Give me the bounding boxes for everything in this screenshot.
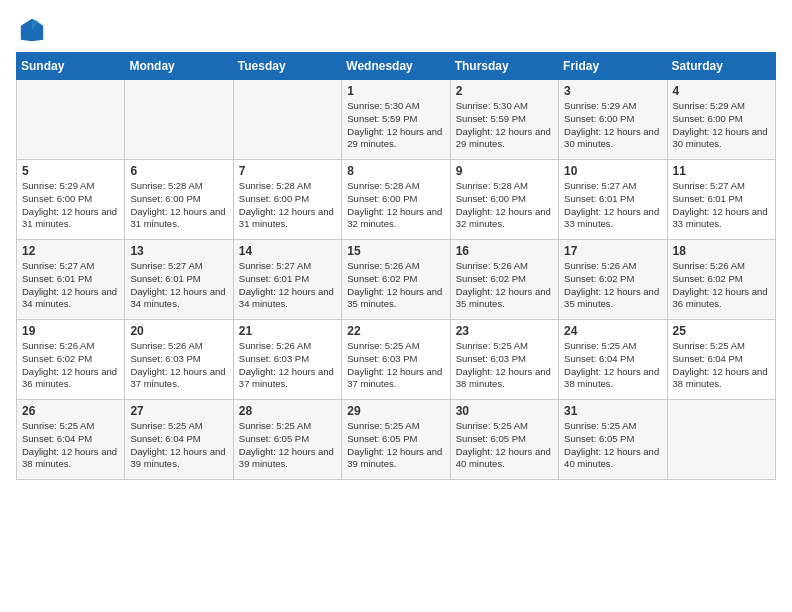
day-info: Sunrise: 5:25 AM Sunset: 6:05 PM Dayligh… — [564, 420, 662, 471]
week-row-5: 26Sunrise: 5:25 AM Sunset: 6:04 PM Dayli… — [17, 400, 776, 480]
day-cell: 4Sunrise: 5:29 AM Sunset: 6:00 PM Daylig… — [667, 80, 775, 160]
day-number: 28 — [239, 404, 337, 418]
day-number: 25 — [673, 324, 771, 338]
day-number: 12 — [22, 244, 120, 258]
day-info: Sunrise: 5:25 AM Sunset: 6:04 PM Dayligh… — [564, 340, 662, 391]
header-sunday: Sunday — [17, 53, 125, 80]
day-info: Sunrise: 5:29 AM Sunset: 6:00 PM Dayligh… — [564, 100, 662, 151]
day-info: Sunrise: 5:30 AM Sunset: 5:59 PM Dayligh… — [347, 100, 445, 151]
day-number: 27 — [130, 404, 228, 418]
day-cell: 16Sunrise: 5:26 AM Sunset: 6:02 PM Dayli… — [450, 240, 558, 320]
day-number: 14 — [239, 244, 337, 258]
day-info: Sunrise: 5:25 AM Sunset: 6:04 PM Dayligh… — [673, 340, 771, 391]
calendar-table: Sunday Monday Tuesday Wednesday Thursday… — [16, 52, 776, 480]
day-info: Sunrise: 5:30 AM Sunset: 5:59 PM Dayligh… — [456, 100, 554, 151]
day-number: 21 — [239, 324, 337, 338]
day-cell: 15Sunrise: 5:26 AM Sunset: 6:02 PM Dayli… — [342, 240, 450, 320]
day-cell: 25Sunrise: 5:25 AM Sunset: 6:04 PM Dayli… — [667, 320, 775, 400]
day-number: 16 — [456, 244, 554, 258]
day-cell: 23Sunrise: 5:25 AM Sunset: 6:03 PM Dayli… — [450, 320, 558, 400]
day-info: Sunrise: 5:26 AM Sunset: 6:03 PM Dayligh… — [239, 340, 337, 391]
header-friday: Friday — [559, 53, 667, 80]
day-cell: 17Sunrise: 5:26 AM Sunset: 6:02 PM Dayli… — [559, 240, 667, 320]
day-cell: 8Sunrise: 5:28 AM Sunset: 6:00 PM Daylig… — [342, 160, 450, 240]
day-info: Sunrise: 5:25 AM Sunset: 6:03 PM Dayligh… — [456, 340, 554, 391]
day-info: Sunrise: 5:26 AM Sunset: 6:03 PM Dayligh… — [130, 340, 228, 391]
day-cell: 11Sunrise: 5:27 AM Sunset: 6:01 PM Dayli… — [667, 160, 775, 240]
day-number: 29 — [347, 404, 445, 418]
day-number: 15 — [347, 244, 445, 258]
day-cell: 5Sunrise: 5:29 AM Sunset: 6:00 PM Daylig… — [17, 160, 125, 240]
day-cell: 19Sunrise: 5:26 AM Sunset: 6:02 PM Dayli… — [17, 320, 125, 400]
day-cell: 27Sunrise: 5:25 AM Sunset: 6:04 PM Dayli… — [125, 400, 233, 480]
day-cell: 6Sunrise: 5:28 AM Sunset: 6:00 PM Daylig… — [125, 160, 233, 240]
day-cell: 10Sunrise: 5:27 AM Sunset: 6:01 PM Dayli… — [559, 160, 667, 240]
header-thursday: Thursday — [450, 53, 558, 80]
day-cell: 24Sunrise: 5:25 AM Sunset: 6:04 PM Dayli… — [559, 320, 667, 400]
day-cell: 31Sunrise: 5:25 AM Sunset: 6:05 PM Dayli… — [559, 400, 667, 480]
logo-icon — [18, 16, 46, 44]
day-cell — [233, 80, 341, 160]
page-header — [16, 16, 776, 44]
day-cell: 20Sunrise: 5:26 AM Sunset: 6:03 PM Dayli… — [125, 320, 233, 400]
day-number: 13 — [130, 244, 228, 258]
week-row-1: 1Sunrise: 5:30 AM Sunset: 5:59 PM Daylig… — [17, 80, 776, 160]
day-cell — [17, 80, 125, 160]
day-number: 9 — [456, 164, 554, 178]
day-number: 2 — [456, 84, 554, 98]
day-number: 24 — [564, 324, 662, 338]
day-number: 4 — [673, 84, 771, 98]
day-cell: 2Sunrise: 5:30 AM Sunset: 5:59 PM Daylig… — [450, 80, 558, 160]
logo — [16, 16, 46, 44]
day-cell: 18Sunrise: 5:26 AM Sunset: 6:02 PM Dayli… — [667, 240, 775, 320]
day-cell: 21Sunrise: 5:26 AM Sunset: 6:03 PM Dayli… — [233, 320, 341, 400]
day-info: Sunrise: 5:25 AM Sunset: 6:05 PM Dayligh… — [239, 420, 337, 471]
day-cell: 12Sunrise: 5:27 AM Sunset: 6:01 PM Dayli… — [17, 240, 125, 320]
day-info: Sunrise: 5:27 AM Sunset: 6:01 PM Dayligh… — [239, 260, 337, 311]
day-number: 30 — [456, 404, 554, 418]
header-wednesday: Wednesday — [342, 53, 450, 80]
day-info: Sunrise: 5:29 AM Sunset: 6:00 PM Dayligh… — [673, 100, 771, 151]
day-info: Sunrise: 5:27 AM Sunset: 6:01 PM Dayligh… — [673, 180, 771, 231]
day-info: Sunrise: 5:25 AM Sunset: 6:03 PM Dayligh… — [347, 340, 445, 391]
day-info: Sunrise: 5:28 AM Sunset: 6:00 PM Dayligh… — [456, 180, 554, 231]
day-cell: 28Sunrise: 5:25 AM Sunset: 6:05 PM Dayli… — [233, 400, 341, 480]
day-cell: 14Sunrise: 5:27 AM Sunset: 6:01 PM Dayli… — [233, 240, 341, 320]
day-cell: 13Sunrise: 5:27 AM Sunset: 6:01 PM Dayli… — [125, 240, 233, 320]
day-number: 31 — [564, 404, 662, 418]
week-row-2: 5Sunrise: 5:29 AM Sunset: 6:00 PM Daylig… — [17, 160, 776, 240]
day-cell: 9Sunrise: 5:28 AM Sunset: 6:00 PM Daylig… — [450, 160, 558, 240]
day-number: 19 — [22, 324, 120, 338]
header-saturday: Saturday — [667, 53, 775, 80]
day-info: Sunrise: 5:26 AM Sunset: 6:02 PM Dayligh… — [564, 260, 662, 311]
header-monday: Monday — [125, 53, 233, 80]
day-number: 26 — [22, 404, 120, 418]
day-number: 17 — [564, 244, 662, 258]
day-number: 6 — [130, 164, 228, 178]
day-cell: 22Sunrise: 5:25 AM Sunset: 6:03 PM Dayli… — [342, 320, 450, 400]
day-info: Sunrise: 5:26 AM Sunset: 6:02 PM Dayligh… — [673, 260, 771, 311]
day-info: Sunrise: 5:25 AM Sunset: 6:05 PM Dayligh… — [347, 420, 445, 471]
header-tuesday: Tuesday — [233, 53, 341, 80]
day-number: 20 — [130, 324, 228, 338]
day-cell: 29Sunrise: 5:25 AM Sunset: 6:05 PM Dayli… — [342, 400, 450, 480]
week-row-3: 12Sunrise: 5:27 AM Sunset: 6:01 PM Dayli… — [17, 240, 776, 320]
day-number: 10 — [564, 164, 662, 178]
day-cell: 3Sunrise: 5:29 AM Sunset: 6:00 PM Daylig… — [559, 80, 667, 160]
day-cell: 30Sunrise: 5:25 AM Sunset: 6:05 PM Dayli… — [450, 400, 558, 480]
day-info: Sunrise: 5:26 AM Sunset: 6:02 PM Dayligh… — [347, 260, 445, 311]
day-number: 8 — [347, 164, 445, 178]
day-info: Sunrise: 5:27 AM Sunset: 6:01 PM Dayligh… — [22, 260, 120, 311]
day-info: Sunrise: 5:28 AM Sunset: 6:00 PM Dayligh… — [347, 180, 445, 231]
day-info: Sunrise: 5:28 AM Sunset: 6:00 PM Dayligh… — [130, 180, 228, 231]
day-number: 1 — [347, 84, 445, 98]
day-number: 7 — [239, 164, 337, 178]
day-info: Sunrise: 5:25 AM Sunset: 6:04 PM Dayligh… — [130, 420, 228, 471]
day-info: Sunrise: 5:25 AM Sunset: 6:05 PM Dayligh… — [456, 420, 554, 471]
header-row: Sunday Monday Tuesday Wednesday Thursday… — [17, 53, 776, 80]
day-number: 22 — [347, 324, 445, 338]
day-cell: 7Sunrise: 5:28 AM Sunset: 6:00 PM Daylig… — [233, 160, 341, 240]
day-cell — [667, 400, 775, 480]
day-number: 3 — [564, 84, 662, 98]
day-info: Sunrise: 5:28 AM Sunset: 6:00 PM Dayligh… — [239, 180, 337, 231]
